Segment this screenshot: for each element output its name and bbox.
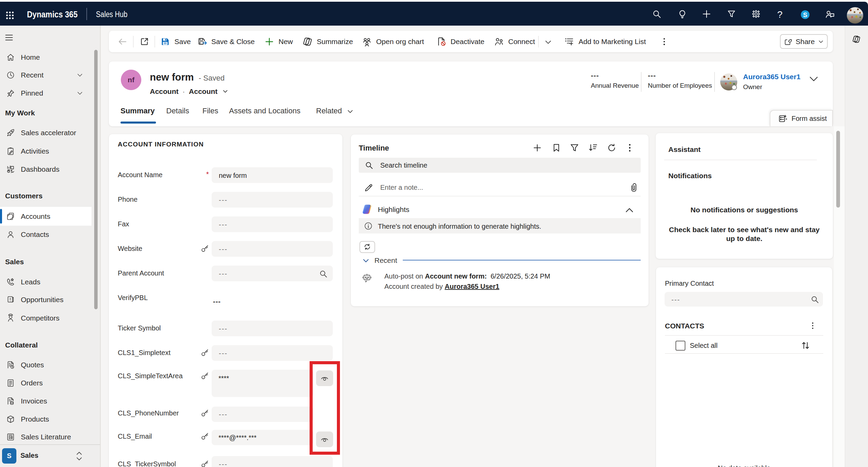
svg-text:S: S <box>803 11 807 18</box>
